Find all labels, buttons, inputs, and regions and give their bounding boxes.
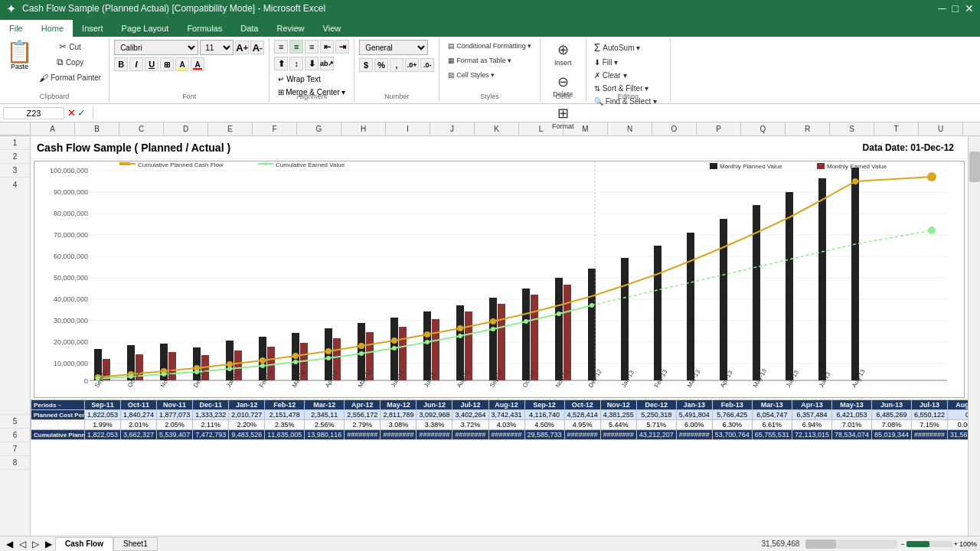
cell[interactable]: 1,333,232 <box>193 410 229 420</box>
indent-increase-button[interactable]: ⇥ <box>335 40 349 54</box>
bottom-align-button[interactable]: ⬇ <box>305 57 318 70</box>
italic-button[interactable]: I <box>129 57 143 71</box>
col-header-e[interactable]: E <box>208 122 253 135</box>
cell[interactable]: 43,212,207 <box>636 430 676 440</box>
scroll-right-tab-btn[interactable]: ▶ <box>42 539 55 549</box>
number-format-select[interactable]: General <box>359 40 428 55</box>
row-1[interactable]: 1 <box>0 136 30 150</box>
cell[interactable]: 5,766,425 <box>712 410 752 420</box>
fill-color-button[interactable]: A <box>175 57 189 71</box>
percent-format-button[interactable]: % <box>374 58 388 72</box>
cell[interactable]: 5.71% <box>636 420 676 430</box>
tab-view[interactable]: View <box>314 20 351 37</box>
cell[interactable]: ######## <box>912 430 948 440</box>
col-header-h[interactable]: H <box>341 122 386 135</box>
cell[interactable]: ######## <box>416 430 452 440</box>
cell[interactable]: 3,662,327 <box>121 430 157 440</box>
cell[interactable]: 6.94% <box>792 420 831 430</box>
cell[interactable]: 1,840,274 <box>121 410 157 420</box>
col-header-u[interactable]: U <box>919 122 963 135</box>
cell[interactable]: 2,151,478 <box>265 410 305 420</box>
cell[interactable]: 11,635,005 <box>265 430 305 440</box>
row-3[interactable]: 3 <box>0 164 30 178</box>
fmt-table-dropdown[interactable]: ▾ <box>508 57 511 64</box>
col-header-v[interactable]: V <box>963 122 980 135</box>
cell[interactable]: 65,755,531 <box>752 430 792 440</box>
row-6[interactable]: 6 <box>0 429 30 442</box>
sort-dropdown[interactable]: ▾ <box>645 84 648 93</box>
col-header-o[interactable]: O <box>652 122 697 135</box>
col-header-g[interactable]: G <box>297 122 341 135</box>
cell[interactable]: 2.01% <box>121 420 157 430</box>
cell-reference-box[interactable] <box>3 107 64 119</box>
cell[interactable]: ######## <box>564 430 600 440</box>
cell[interactable]: 1.99% <box>85 420 121 430</box>
col-header-s[interactable]: S <box>830 122 874 135</box>
cell[interactable]: 1,877,073 <box>157 410 193 420</box>
cond-fmt-dropdown[interactable]: ▾ <box>528 42 531 50</box>
cell[interactable]: 4.50% <box>524 420 564 430</box>
cell[interactable]: 7.01% <box>831 420 871 430</box>
col-header-r[interactable]: R <box>786 122 830 135</box>
middle-align-button[interactable]: ↕ <box>289 57 303 70</box>
cell[interactable]: 2.79% <box>345 420 381 430</box>
paste-button[interactable]: 📋 Paste <box>5 40 34 72</box>
row-chart[interactable]: 4 <box>0 178 30 415</box>
cell[interactable]: 0.00% <box>948 420 968 430</box>
cell[interactable]: ######## <box>381 430 416 440</box>
cut-button[interactable]: ✂ Cut <box>36 40 104 54</box>
cell[interactable]: 2,010,727 <box>229 410 265 420</box>
col-header-k[interactable]: K <box>475 122 519 135</box>
cell[interactable]: ######## <box>676 430 712 440</box>
cell[interactable]: 0 <box>948 410 968 420</box>
accounting-format-button[interactable]: $ <box>359 58 373 72</box>
format-button[interactable]: ⊞ Format <box>548 103 578 132</box>
cell[interactable]: 2.20% <box>229 420 265 430</box>
minimize-btn[interactable]: ─ <box>939 2 946 15</box>
col-header-f[interactable]: F <box>253 122 297 135</box>
increase-font-size-button[interactable]: A+ <box>235 41 249 54</box>
cell[interactable]: 6.30% <box>712 420 752 430</box>
cell[interactable]: 6.00% <box>676 420 712 430</box>
orient-button[interactable]: ab↗ <box>320 57 334 70</box>
cell[interactable]: 2,345,11 <box>305 410 345 420</box>
col-header-p[interactable]: P <box>697 122 741 135</box>
tab-page-layout[interactable]: Page Layout <box>113 20 178 37</box>
bold-button[interactable]: B <box>114 57 128 71</box>
cell[interactable]: 2.56% <box>305 420 345 430</box>
align-right-button[interactable]: ≡ <box>305 40 318 54</box>
tab-data[interactable]: Data <box>231 20 267 37</box>
cell[interactable]: 6,485,269 <box>871 410 911 420</box>
cell[interactable]: 6,357,484 <box>792 410 831 420</box>
cell[interactable]: 7.15% <box>912 420 948 430</box>
cell[interactable]: 3,092,968 <box>416 410 452 420</box>
clear-dropdown[interactable]: ▾ <box>623 71 627 80</box>
align-center-button[interactable]: ≡ <box>289 40 303 54</box>
horizontal-scrollbar-track[interactable] <box>805 540 897 549</box>
cell[interactable]: 4.03% <box>488 420 524 430</box>
font-color-button[interactable]: A <box>191 57 204 71</box>
cell[interactable]: 6,421,053 <box>831 410 871 420</box>
cell[interactable]: 3.38% <box>416 420 452 430</box>
cell[interactable]: 3,742,431 <box>488 410 524 420</box>
cell[interactable]: 4,116,740 <box>524 410 564 420</box>
cell[interactable]: 6.61% <box>752 420 792 430</box>
indent-decrease-button[interactable]: ⇤ <box>320 40 334 54</box>
cell[interactable]: 5,539,407 <box>157 430 193 440</box>
borders-button[interactable]: ⊞ <box>160 57 174 71</box>
cell[interactable]: 6,550,122 <box>912 410 948 420</box>
zoom-out-btn[interactable]: − <box>900 540 904 548</box>
cell[interactable]: 2,556,172 <box>345 410 381 420</box>
auto-sum-button[interactable]: Σ AutoSum ▾ <box>591 40 644 55</box>
maximize-btn[interactable]: □ <box>952 2 959 15</box>
cancel-formula-button[interactable]: ✕ <box>67 107 76 119</box>
cell[interactable]: 5,250,318 <box>636 410 676 420</box>
cell[interactable]: ######## <box>600 430 636 440</box>
underline-button[interactable]: U <box>145 57 158 71</box>
tab-formulas[interactable]: Formulas <box>178 20 231 37</box>
cell[interactable]: 1,822,053 <box>85 410 121 420</box>
increase-decimal-button[interactable]: .0+ <box>405 58 419 72</box>
cell[interactable]: 2.05% <box>157 420 193 430</box>
sheet-tab-sheet1[interactable]: Sheet1 <box>113 537 158 551</box>
cell[interactable]: 5,491,804 <box>676 410 712 420</box>
